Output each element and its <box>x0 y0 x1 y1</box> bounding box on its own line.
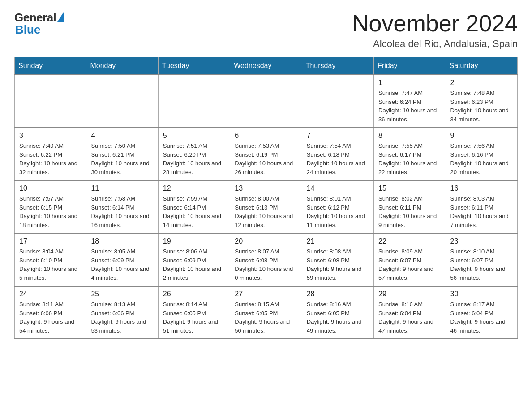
day-info: Sunrise: 7:57 AMSunset: 6:15 PMDaylight:… <box>19 194 82 229</box>
calendar-cell: 18Sunrise: 8:05 AMSunset: 6:09 PMDayligh… <box>86 233 158 286</box>
day-info: Sunrise: 8:08 AMSunset: 6:08 PMDaylight:… <box>307 247 369 282</box>
calendar-header-row: SundayMondayTuesdayWednesdayThursdayFrid… <box>15 57 518 75</box>
day-number: 12 <box>163 184 225 193</box>
calendar-week-row: 3Sunrise: 7:49 AMSunset: 6:22 PMDaylight… <box>15 128 518 180</box>
calendar-cell: 13Sunrise: 8:00 AMSunset: 6:13 PMDayligh… <box>230 180 302 233</box>
day-number: 22 <box>378 237 441 245</box>
calendar-cell: 25Sunrise: 8:13 AMSunset: 6:06 PMDayligh… <box>86 286 158 339</box>
day-number: 29 <box>378 290 441 298</box>
day-info: Sunrise: 7:54 AMSunset: 6:18 PMDaylight:… <box>307 141 369 176</box>
calendar-cell <box>15 75 86 128</box>
day-info: Sunrise: 8:13 AMSunset: 6:06 PMDaylight:… <box>91 300 153 335</box>
day-info: Sunrise: 7:59 AMSunset: 6:14 PMDaylight:… <box>163 194 225 229</box>
day-number: 26 <box>163 290 225 298</box>
day-info: Sunrise: 8:10 AMSunset: 6:07 PMDaylight:… <box>450 247 513 282</box>
calendar-cell: 10Sunrise: 7:57 AMSunset: 6:15 PMDayligh… <box>15 180 86 233</box>
day-info: Sunrise: 8:16 AMSunset: 6:04 PMDaylight:… <box>378 300 441 335</box>
weekday-header-wednesday: Wednesday <box>230 57 302 75</box>
calendar-cell: 21Sunrise: 8:08 AMSunset: 6:08 PMDayligh… <box>302 233 373 286</box>
calendar-cell <box>158 75 230 128</box>
day-number: 14 <box>307 184 369 193</box>
calendar-cell: 4Sunrise: 7:50 AMSunset: 6:21 PMDaylight… <box>86 128 158 180</box>
calendar-cell: 16Sunrise: 8:03 AMSunset: 6:11 PMDayligh… <box>446 180 517 233</box>
day-info: Sunrise: 8:00 AMSunset: 6:13 PMDaylight:… <box>235 194 297 229</box>
day-info: Sunrise: 8:05 AMSunset: 6:09 PMDaylight:… <box>91 247 153 282</box>
calendar-cell: 14Sunrise: 8:01 AMSunset: 6:12 PMDayligh… <box>302 180 373 233</box>
day-number: 6 <box>235 132 297 140</box>
day-info: Sunrise: 7:49 AMSunset: 6:22 PMDaylight:… <box>19 141 82 176</box>
day-number: 19 <box>163 237 225 245</box>
calendar-cell: 11Sunrise: 7:58 AMSunset: 6:14 PMDayligh… <box>86 180 158 233</box>
day-number: 5 <box>163 132 225 140</box>
day-info: Sunrise: 7:47 AMSunset: 6:24 PMDaylight:… <box>378 89 441 124</box>
day-number: 11 <box>91 184 153 193</box>
logo: General Blue <box>14 11 64 37</box>
calendar-cell: 15Sunrise: 8:02 AMSunset: 6:11 PMDayligh… <box>374 180 446 233</box>
day-number: 7 <box>307 132 369 140</box>
day-info: Sunrise: 8:16 AMSunset: 6:05 PMDaylight:… <box>307 300 369 335</box>
day-number: 10 <box>19 184 82 193</box>
calendar-cell: 7Sunrise: 7:54 AMSunset: 6:18 PMDaylight… <box>302 128 373 180</box>
day-info: Sunrise: 8:14 AMSunset: 6:05 PMDaylight:… <box>163 300 225 335</box>
day-number: 2 <box>450 79 513 87</box>
day-number: 30 <box>450 290 513 298</box>
calendar-cell: 5Sunrise: 7:51 AMSunset: 6:20 PMDaylight… <box>158 128 230 180</box>
calendar-cell: 8Sunrise: 7:55 AMSunset: 6:17 PMDaylight… <box>374 128 446 180</box>
logo-triangle-icon <box>57 12 64 22</box>
day-info: Sunrise: 7:55 AMSunset: 6:17 PMDaylight:… <box>378 141 441 176</box>
title-area: November 2024 Alcolea del Rio, Andalusia… <box>352 11 518 50</box>
weekday-header-monday: Monday <box>86 57 158 75</box>
calendar-cell: 20Sunrise: 8:07 AMSunset: 6:08 PMDayligh… <box>230 233 302 286</box>
day-number: 15 <box>378 184 441 193</box>
calendar: SundayMondayTuesdayWednesdayThursdayFrid… <box>14 57 518 339</box>
calendar-cell: 9Sunrise: 7:56 AMSunset: 6:16 PMDaylight… <box>446 128 517 180</box>
day-info: Sunrise: 8:17 AMSunset: 6:04 PMDaylight:… <box>450 300 513 335</box>
calendar-cell: 30Sunrise: 8:17 AMSunset: 6:04 PMDayligh… <box>446 286 517 339</box>
day-info: Sunrise: 7:53 AMSunset: 6:19 PMDaylight:… <box>235 141 297 176</box>
calendar-cell <box>302 75 373 128</box>
calendar-cell: 1Sunrise: 7:47 AMSunset: 6:24 PMDaylight… <box>374 75 446 128</box>
weekday-header-friday: Friday <box>374 57 446 75</box>
calendar-cell: 19Sunrise: 8:06 AMSunset: 6:09 PMDayligh… <box>158 233 230 286</box>
day-info: Sunrise: 8:09 AMSunset: 6:07 PMDaylight:… <box>378 247 441 282</box>
day-info: Sunrise: 7:50 AMSunset: 6:21 PMDaylight:… <box>91 141 153 176</box>
day-info: Sunrise: 8:04 AMSunset: 6:10 PMDaylight:… <box>19 247 82 282</box>
weekday-header-saturday: Saturday <box>446 57 517 75</box>
calendar-week-row: 1Sunrise: 7:47 AMSunset: 6:24 PMDaylight… <box>15 75 518 128</box>
day-number: 25 <box>91 290 153 298</box>
calendar-cell: 27Sunrise: 8:15 AMSunset: 6:05 PMDayligh… <box>230 286 302 339</box>
day-info: Sunrise: 8:07 AMSunset: 6:08 PMDaylight:… <box>235 247 297 282</box>
calendar-cell: 2Sunrise: 7:48 AMSunset: 6:23 PMDaylight… <box>446 75 517 128</box>
day-info: Sunrise: 8:02 AMSunset: 6:11 PMDaylight:… <box>378 194 441 229</box>
day-number: 13 <box>235 184 297 193</box>
day-info: Sunrise: 8:15 AMSunset: 6:05 PMDaylight:… <box>235 300 297 335</box>
calendar-cell: 24Sunrise: 8:11 AMSunset: 6:06 PMDayligh… <box>15 286 86 339</box>
day-info: Sunrise: 7:58 AMSunset: 6:14 PMDaylight:… <box>91 194 153 229</box>
weekday-header-thursday: Thursday <box>302 57 373 75</box>
day-info: Sunrise: 7:48 AMSunset: 6:23 PMDaylight:… <box>450 89 513 124</box>
logo-blue-text: Blue <box>15 23 40 37</box>
calendar-cell <box>230 75 302 128</box>
day-number: 1 <box>378 79 441 87</box>
calendar-cell: 3Sunrise: 7:49 AMSunset: 6:22 PMDaylight… <box>15 128 86 180</box>
calendar-cell: 23Sunrise: 8:10 AMSunset: 6:07 PMDayligh… <box>446 233 517 286</box>
calendar-cell: 22Sunrise: 8:09 AMSunset: 6:07 PMDayligh… <box>374 233 446 286</box>
day-number: 4 <box>91 132 153 140</box>
day-number: 23 <box>450 237 513 245</box>
day-number: 3 <box>19 132 82 140</box>
day-number: 17 <box>19 237 82 245</box>
calendar-week-row: 24Sunrise: 8:11 AMSunset: 6:06 PMDayligh… <box>15 286 518 339</box>
day-number: 9 <box>450 132 513 140</box>
day-number: 21 <box>307 237 369 245</box>
day-info: Sunrise: 8:01 AMSunset: 6:12 PMDaylight:… <box>307 194 369 229</box>
header: General Blue November 2024 Alcolea del R… <box>14 11 518 50</box>
weekday-header-sunday: Sunday <box>15 57 86 75</box>
day-info: Sunrise: 7:51 AMSunset: 6:20 PMDaylight:… <box>163 141 225 176</box>
day-info: Sunrise: 7:56 AMSunset: 6:16 PMDaylight:… <box>450 141 513 176</box>
calendar-cell: 12Sunrise: 7:59 AMSunset: 6:14 PMDayligh… <box>158 180 230 233</box>
calendar-week-row: 17Sunrise: 8:04 AMSunset: 6:10 PMDayligh… <box>15 233 518 286</box>
calendar-cell: 17Sunrise: 8:04 AMSunset: 6:10 PMDayligh… <box>15 233 86 286</box>
day-number: 20 <box>235 237 297 245</box>
day-number: 24 <box>19 290 82 298</box>
day-number: 16 <box>450 184 513 193</box>
